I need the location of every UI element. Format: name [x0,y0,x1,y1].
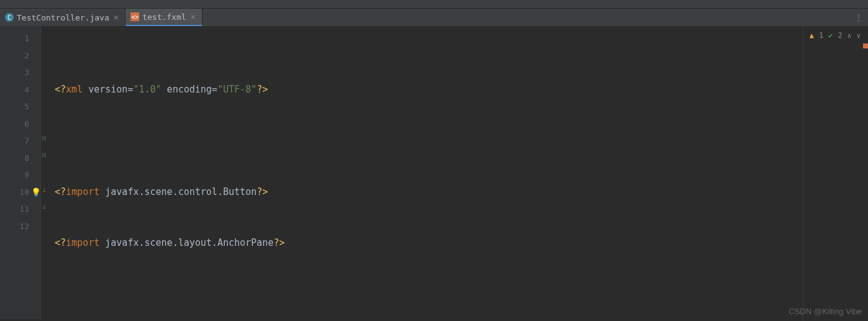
tab-test-fxml[interactable]: <> test.fxml × [126,9,203,26]
tab-label: TestController.java [17,13,109,22]
line-number: 8 [4,150,29,167]
top-toolbar [0,0,868,9]
line-number: 11 [4,201,29,218]
ok-count: 2 [838,31,843,40]
code-editor[interactable]: 1 2 3 4 5 6 7 8 9 10 11 12 ⊟ ⊟ ⊥ ⊥ 💡 <?x… [0,26,868,319]
intention-bulb-icon[interactable]: 💡 [31,184,41,201]
editor-tabs: C TestController.java × <> test.fxml × ⋮ [0,9,868,26]
close-icon[interactable]: × [190,12,197,22]
code-line [55,286,868,304]
inspection-widget[interactable]: ▲ 1 ✔ 2 ∧ ∨ [810,31,861,40]
ok-check-icon: ✔ [828,31,833,40]
warning-count: 1 [819,31,823,40]
right-margin-line [803,26,803,321]
line-number: 5 [4,98,29,115]
line-number: 2 [4,47,29,65]
line-number: 4 [4,81,29,99]
java-file-icon: C [5,13,14,22]
error-stripe-marker[interactable] [863,43,868,48]
fxml-file-icon: <> [130,12,139,21]
code-line [55,132,868,150]
close-icon[interactable]: × [112,12,120,22]
line-number: 9 [4,166,29,184]
tab-testcontroller[interactable]: C TestController.java × [0,9,126,26]
line-number: 7 [4,132,29,150]
line-number: 3 [4,64,29,81]
code-line: <?import javafx.scene.layout.AnchorPane?… [55,235,868,252]
code-line: <?xml version="1.0" encoding="UTF-8"?> [55,81,868,99]
code-content[interactable]: 💡 <?xml version="1.0" encoding="UTF-8"?>… [41,26,868,319]
watermark-text: CSDN @Killing Vibe [788,307,862,316]
line-number: 10 [4,184,29,201]
tab-label: test.fxml [142,12,186,22]
line-number: 12 [4,218,29,235]
prev-highlight-icon[interactable]: ∧ [847,32,852,40]
code-line: <?import javafx.scene.control.Button?> [55,184,868,201]
line-number-gutter: 1 2 3 4 5 6 7 8 9 10 11 12 [0,26,41,319]
tabs-menu-icon[interactable]: ⋮ [854,12,863,22]
next-highlight-icon[interactable]: ∨ [856,32,861,40]
line-number: 6 [4,115,29,133]
line-number: 1 [4,30,29,47]
warning-icon: ▲ [810,31,814,40]
